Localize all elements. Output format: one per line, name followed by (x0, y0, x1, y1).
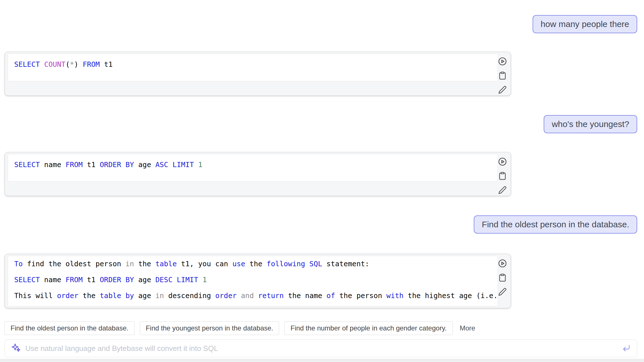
edit-sql-button[interactable] (497, 85, 508, 95)
run-sql-button[interactable] (497, 259, 508, 269)
user-message-bubble: who's the youngest? (544, 115, 637, 133)
sql-response-card: SELECT COUNT(*) FROM t1 (5, 52, 511, 96)
suggestion-chip[interactable]: Find the youngest person in the database… (140, 321, 279, 335)
clipboard-icon (498, 172, 507, 181)
suggestion-chip[interactable]: Find the number of people in each gender… (284, 321, 452, 335)
sparkle-icon (11, 343, 21, 354)
copy-sql-button[interactable] (497, 71, 508, 81)
nl-to-sql-composer (5, 340, 637, 357)
sql-code-area: SELECT name FROM t1 ORDER BY age ASC LIM… (8, 154, 498, 182)
response-action-bar (496, 259, 509, 297)
edit-sql-button[interactable] (497, 185, 508, 195)
run-sql-button[interactable] (497, 157, 508, 167)
pencil-icon (498, 186, 507, 195)
sql-response-card: SELECT name FROM t1 ORDER BY age ASC LIM… (5, 152, 511, 196)
user-message-bubble: how many people there (533, 15, 637, 33)
sql-code-line: SELECT COUNT(*) FROM t1 (14, 60, 491, 69)
more-suggestions-link[interactable]: More (460, 324, 475, 332)
sql-code-area: To find the oldest person in the table t… (8, 256, 498, 306)
run-icon (498, 157, 507, 167)
response-action-bar (496, 57, 509, 95)
user-message-text: how many people there (541, 19, 629, 29)
return-icon (622, 344, 631, 353)
sql-explanation-line: To find the oldest person in the table t… (14, 260, 491, 268)
submit-query-button[interactable] (622, 344, 631, 353)
suggestion-chip-row: Find the oldest person in the database. … (5, 321, 475, 335)
sql-explanation-line: This will order the table by age in desc… (14, 292, 491, 300)
user-message-bubble: Find the oldest person in the database. (474, 215, 637, 234)
response-action-bar (496, 157, 509, 195)
sql-code-line: SELECT name FROM t1 ORDER BY age DESC LI… (14, 276, 491, 284)
copy-sql-button[interactable] (497, 273, 508, 283)
sql-code-line: SELECT name FROM t1 ORDER BY age ASC LIM… (14, 161, 491, 169)
clipboard-icon (498, 71, 507, 81)
user-message-text: who's the youngest? (552, 119, 629, 129)
sql-code-area: SELECT COUNT(*) FROM t1 (8, 54, 498, 81)
clipboard-icon (498, 273, 507, 283)
bottom-divider-strip (0, 359, 644, 362)
pencil-icon (498, 86, 507, 95)
copy-sql-button[interactable] (497, 171, 508, 181)
pencil-icon (498, 288, 507, 297)
user-message-text: Find the oldest person in the database. (482, 220, 629, 229)
edit-sql-button[interactable] (497, 287, 508, 297)
run-icon (498, 259, 507, 269)
run-sql-button[interactable] (497, 57, 508, 67)
suggestion-chip[interactable]: Find the oldest person in the database. (5, 321, 134, 335)
run-icon (498, 57, 507, 67)
natural-language-input[interactable] (25, 344, 618, 353)
sql-response-card: To find the oldest person in the table t… (5, 254, 511, 308)
